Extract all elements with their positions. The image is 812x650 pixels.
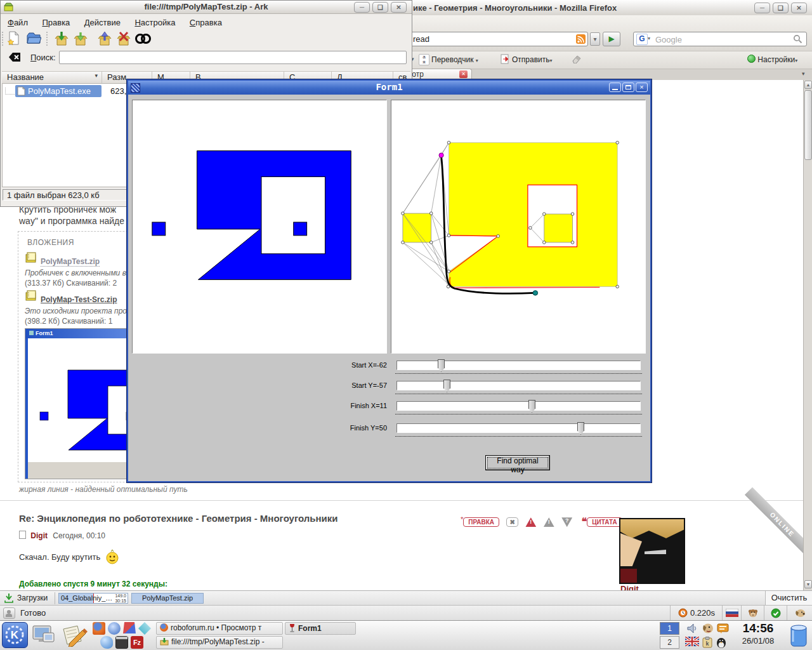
new-archive-icon[interactable] [6, 30, 20, 48]
menu-edit[interactable]: Правка [42, 18, 70, 27]
scroll-up-icon[interactable]: ▲ [804, 81, 812, 89]
edit-button[interactable]: ПРАВКА [463, 517, 499, 527]
send-menu[interactable]: Отправить▾ [512, 55, 553, 64]
settings-menu[interactable]: Настройки▾ [747, 55, 797, 64]
menu-file[interactable]: Файл [8, 18, 28, 27]
form1-titlebar[interactable]: Form1 × [128, 81, 650, 95]
search-box[interactable]: G ▾ Google [633, 32, 807, 46]
quicklaunch-bluefish-icon[interactable] [100, 636, 113, 649]
toolbar-grip[interactable] [2, 32, 6, 46]
download-item-in-progress[interactable]: 04_Globalniy_… 149.0 30:15 [58, 593, 128, 604]
urlbar-dropdown-button[interactable]: ▾ [590, 32, 600, 46]
minimize-button[interactable] [609, 83, 621, 92]
slider-start-y[interactable] [396, 381, 641, 390]
tray-volume-icon[interactable] [686, 623, 699, 634]
monkey-icon[interactable] [741, 606, 764, 620]
attachment-link[interactable]: PolyMapTest.zip [41, 257, 100, 267]
close-button[interactable]: ✕ [391, 2, 407, 13]
report-icon[interactable]: ! [525, 517, 536, 527]
ark-status-text: 1 файл выбран 623,0 кб [7, 190, 100, 200]
view-icon[interactable] [135, 32, 152, 48]
tray-kopete-icon[interactable] [717, 623, 730, 634]
tray-keyboard-flag-icon[interactable] [685, 637, 698, 648]
task-form1[interactable]: Form1 [285, 622, 356, 635]
page-scrollbar[interactable]: ▲ ▼ [803, 80, 812, 590]
avatar-eye [645, 550, 666, 554]
slider-finish-x[interactable] [396, 401, 641, 411]
quicklaunch-filezilla-icon[interactable]: Fz [131, 636, 143, 649]
slider-thumb[interactable] [438, 359, 445, 372]
search-input[interactable] [59, 51, 407, 64]
scroll-down-icon[interactable]: ▼ [804, 580, 812, 588]
delete-icon[interactable] [116, 30, 131, 50]
add-file-icon[interactable] [54, 30, 69, 50]
slider-finish-y[interactable] [396, 423, 641, 433]
pager-desktop-1[interactable]: 1 [660, 622, 679, 635]
tray-klipper-icon[interactable]: k [702, 637, 714, 648]
tray-tux-icon[interactable] [716, 637, 728, 648]
search-engine-icon[interactable]: G [636, 34, 648, 45]
kmenu-button[interactable]: K [2, 622, 28, 648]
minimize-button[interactable]: ─ [754, 3, 770, 13]
question-icon[interactable]: ? [561, 517, 572, 527]
quicklaunch-network-icon[interactable] [123, 622, 136, 635]
column-header-name[interactable]: Название▾ [2, 72, 102, 83]
close-button[interactable]: × [636, 83, 648, 92]
taskbar-clock[interactable]: 14:56 26/01/08 [731, 621, 785, 646]
task-ark[interactable]: file:///tmp/PolyMapTest.zip - [156, 636, 283, 649]
post-author[interactable]: Digit [30, 531, 48, 540]
trash-glass-icon[interactable] [788, 623, 809, 650]
attachment-image-form1[interactable]: Form1 [25, 328, 129, 479]
system-monitor-icon[interactable] [32, 624, 56, 649]
quicklaunch-terminal-icon[interactable] [115, 636, 128, 649]
slider-ticks [395, 436, 642, 437]
quote-button[interactable]: ЦИТАТА [587, 517, 622, 527]
delete-post-button[interactable]: ✖ [506, 517, 518, 527]
scrollbar-thumb[interactable] [804, 90, 812, 160]
rss-icon[interactable] [576, 34, 586, 48]
slider-thumb[interactable] [528, 400, 535, 413]
downloads-clear-button[interactable]: Очистить [765, 591, 812, 605]
image-caption: жирная линия - найденный оптимальный пут… [19, 485, 188, 494]
search-magnifier-icon[interactable] [793, 34, 802, 46]
notes-pencil-icon[interactable] [61, 624, 88, 649]
task-firefox[interactable]: roboforum.ru • Просмотр т [156, 622, 283, 635]
tab-list-icon[interactable]: ▾ [802, 70, 805, 77]
slider-start-x[interactable] [396, 361, 641, 370]
ark-titlebar[interactable]: file:///tmp/PolyMapTest.zip - Ark ─ ❑ ✕ [1, 1, 412, 14]
pager-desktop-2[interactable]: 2 [660, 636, 679, 649]
slider-thumb[interactable] [443, 380, 450, 392]
post-date: Сегодня, 00:10 [53, 531, 105, 540]
locale-flag-icon[interactable] [722, 606, 742, 620]
download-item-complete[interactable]: PolyMapTest.zip [131, 593, 204, 604]
tray-amor-dog-icon[interactable] [702, 623, 714, 634]
minimize-button[interactable]: ─ [354, 2, 370, 13]
menu-help[interactable]: Справка [190, 18, 222, 27]
clear-search-icon[interactable] [8, 52, 21, 65]
attachment-link[interactable]: PolyMap-Test-Src.zip [41, 295, 117, 304]
warn-icon[interactable]: ! [544, 517, 554, 527]
tab-close-icon[interactable]: ✕ [459, 70, 468, 78]
quicklaunch-firefox-icon[interactable] [93, 622, 105, 635]
quicklaunch-konqueror-icon[interactable] [108, 622, 121, 635]
extract-icon[interactable] [97, 30, 112, 50]
restore-button[interactable]: ❑ [773, 3, 789, 13]
check-status-icon[interactable] [764, 606, 787, 620]
menu-settings[interactable]: Настройка [134, 18, 175, 27]
open-archive-icon[interactable] [26, 32, 41, 47]
translator-menu[interactable]: Переводчик ▾ [431, 55, 478, 64]
maximize-button[interactable]: ❑ [372, 2, 388, 13]
eraser-icon[interactable] [571, 55, 582, 66]
download-item-name: 04_Globalniy_… [61, 594, 112, 602]
slider-thumb[interactable] [577, 422, 584, 435]
url-bar[interactable]: read [409, 32, 588, 46]
go-button[interactable]: ▶ [603, 32, 620, 46]
menu-action[interactable]: Действие [84, 18, 121, 27]
dog-icon[interactable] [787, 606, 812, 620]
find-optimal-way-button[interactable]: Find optimal way [485, 455, 550, 470]
maximize-button[interactable] [622, 83, 634, 92]
search-engine-dropdown-icon[interactable]: ▾ [648, 36, 650, 41]
add-folder-icon[interactable] [73, 30, 88, 50]
close-button[interactable]: ✕ [791, 3, 807, 13]
quicklaunch-brush-icon[interactable] [138, 622, 151, 635]
